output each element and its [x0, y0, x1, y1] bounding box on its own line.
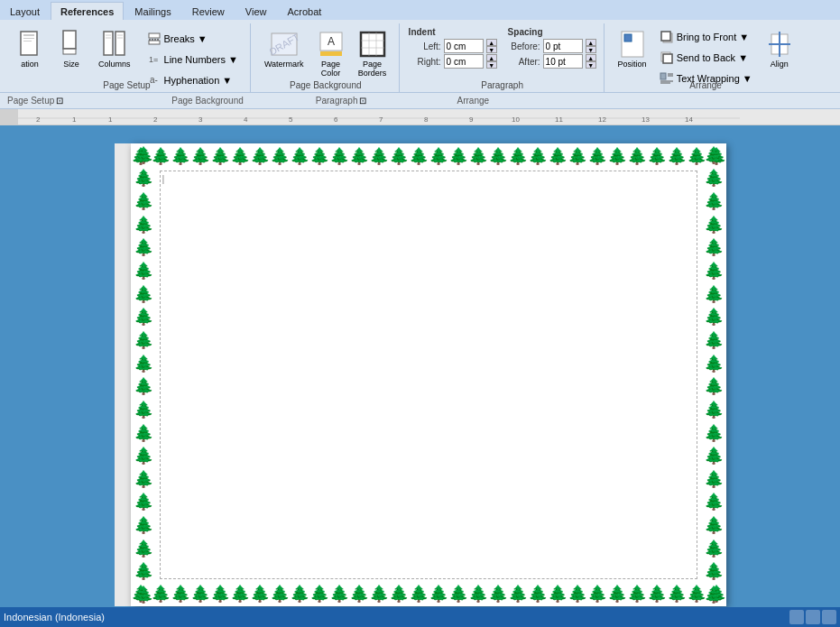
tree-icon: 🌲 [548, 586, 568, 602]
tree-icon: 🌲 [389, 148, 409, 164]
watermark-icon: DRAFT [270, 30, 299, 59]
indent-right-down[interactable]: ▼ [486, 61, 497, 69]
paragraph-bottom-label: Paragraph [316, 96, 358, 106]
tree-icon: 🌲 [704, 586, 724, 603]
tree-icon: 🌲 [568, 148, 587, 164]
tree-icon: 🌲 [528, 148, 548, 164]
tree-icon: 🌲 [171, 148, 190, 164]
tab-view[interactable]: View [235, 2, 277, 20]
tree-icon: 🌲 [704, 378, 724, 394]
tree-icon: 🌲 [134, 586, 153, 603]
orientation-button[interactable]: ation [11, 27, 49, 71]
indent-right-up[interactable]: ▲ [486, 54, 497, 61]
tab-mailings[interactable]: Mailings [125, 2, 180, 20]
tree-icon: 🌲 [704, 563, 724, 579]
columns-button[interactable]: Columns [94, 27, 135, 71]
page-setup-bottom-label: Page Setup [7, 96, 54, 106]
spacing-after-input[interactable] [543, 54, 583, 69]
line-numbers-button[interactable]: 1= Line Numbers ▼ [143, 50, 243, 69]
tree-icon: 🌲 [704, 170, 724, 186]
tree-icon: 🌲 [429, 586, 448, 602]
tab-references[interactable]: References [51, 2, 124, 20]
taskbar-icon-2[interactable] [806, 610, 820, 624]
svg-rect-5 [63, 49, 76, 54]
size-button[interactable]: Size [52, 27, 90, 71]
tree-icon: 🌲 [704, 355, 724, 372]
svg-text:9: 9 [469, 115, 474, 124]
size-label: Size [63, 60, 79, 69]
spacing-before-down[interactable]: ▼ [586, 46, 596, 53]
right-label: Right: [409, 57, 441, 67]
page-color-button[interactable]: A PageColor [312, 27, 350, 80]
tree-icon: 🌲 [667, 586, 687, 602]
tree-icon: 🌲 [704, 239, 724, 255]
tree-icon: 🌲 [448, 148, 468, 164]
breaks-button[interactable]: Breaks ▼ [143, 29, 243, 49]
tab-review[interactable]: Review [182, 2, 235, 20]
svg-rect-2 [23, 38, 34, 39]
document-page[interactable]: 🌲🌲🌲🌲🌲🌲🌲🌲🌲🌲🌲🌲🌲🌲🌲🌲🌲🌲🌲🌲🌲🌲🌲🌲🌲🌲🌲🌲🌲🌲🌲🌲 🌲🌲🌲🌲🌲🌲🌲… [131, 143, 726, 606]
horizontal-ruler: 2 1 1 2 3 4 5 6 7 8 9 10 11 12 13 14 [0, 109, 840, 125]
svg-text:3: 3 [198, 115, 203, 124]
tree-icon: 🌲 [134, 563, 153, 579]
tree-icon: 🌲 [704, 493, 724, 510]
tree-icon: 🌲 [704, 263, 724, 279]
svg-rect-34 [660, 73, 666, 79]
arrange-group: Position Bring to Front ▼ [606, 23, 806, 92]
tree-icon: 🌲 [528, 586, 548, 602]
tab-acrobat[interactable]: Acrobat [277, 2, 331, 20]
line-numbers-icon: 1= [147, 52, 162, 67]
tree-icon: 🌲 [134, 447, 153, 464]
indent-left-input[interactable] [444, 39, 484, 53]
tree-icon: 🌲 [134, 193, 153, 209]
tree-icon: 🌲 [134, 517, 153, 533]
tree-icon: 🌲 [448, 586, 468, 602]
tree-icon: 🌲 [134, 425, 153, 441]
tree-icon: 🌲 [706, 148, 726, 164]
svg-rect-1 [23, 34, 34, 36]
align-button[interactable]: Align [761, 27, 798, 71]
tree-icon: 🌲 [190, 586, 210, 602]
arrange-bottom-label: Arrange [457, 96, 489, 106]
tree-icon: 🌲 [349, 148, 369, 164]
svg-text:2: 2 [36, 115, 41, 124]
page-color-icon: A [317, 30, 346, 59]
tree-icon: 🌲 [134, 355, 153, 372]
paragraph-expand[interactable]: ⊡ [359, 96, 366, 106]
indent-label: Indent [409, 27, 497, 37]
svg-rect-33 [663, 54, 672, 63]
svg-rect-3 [23, 41, 32, 41]
tree-icon: 🌲 [134, 332, 153, 348]
tree-icon: 🌲 [134, 378, 153, 394]
page-setup-expand[interactable]: ⊡ [56, 96, 63, 106]
page-borders-button[interactable]: PageBorders [354, 27, 392, 80]
send-to-back-button[interactable]: Send to Back ▼ [655, 48, 757, 68]
svg-text:8: 8 [424, 115, 429, 124]
svg-text:1=: 1= [149, 55, 158, 64]
spacing-before-input[interactable] [543, 39, 583, 53]
watermark-button[interactable]: DRAFT Watermark [260, 27, 309, 71]
svg-rect-60 [115, 143, 131, 606]
page-bg-bottom-label: Page Background [171, 96, 244, 106]
spacing-after-down[interactable]: ▼ [586, 61, 596, 69]
after-label: After: [508, 57, 540, 67]
tree-icon: 🌲 [704, 286, 724, 302]
spacing-label: Spacing [508, 27, 596, 37]
indent-right-input[interactable] [444, 54, 484, 69]
indent-left-up[interactable]: ▲ [486, 39, 497, 46]
position-button[interactable]: Position [614, 27, 651, 71]
document-content[interactable]: | [160, 171, 697, 579]
tree-icon: 🌲 [210, 586, 230, 602]
tree-icon: 🌲 [134, 401, 153, 418]
tab-layout[interactable]: Layout [0, 2, 50, 20]
tree-icon: 🌲 [190, 148, 210, 164]
taskbar-icon-1[interactable] [789, 610, 804, 624]
spacing-after-up[interactable]: ▲ [586, 54, 596, 61]
spacing-before-up[interactable]: ▲ [586, 39, 596, 46]
indent-left-down[interactable]: ▼ [486, 46, 497, 53]
tree-icon: 🌲 [587, 586, 607, 602]
taskbar-icon-3[interactable] [822, 610, 836, 624]
tree-icon: 🌲 [134, 471, 153, 487]
bring-to-front-button[interactable]: Bring to Front ▼ [655, 27, 757, 47]
arrange-label: Arrange [606, 80, 806, 90]
